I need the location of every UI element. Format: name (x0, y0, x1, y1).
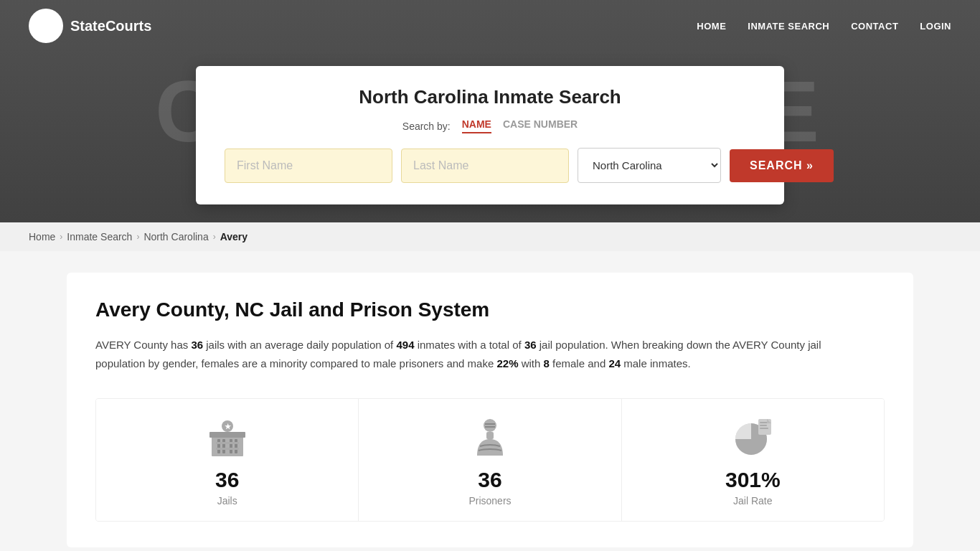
nav-links: HOME INMATE SEARCH CONTACT LOGIN (697, 21, 951, 32)
state-select[interactable]: North CarolinaAlabamaAlaskaArizonaArkans… (578, 148, 721, 183)
prisoners-icon (470, 416, 510, 459)
desc-pop: 494 (396, 339, 414, 351)
svg-rect-2 (222, 439, 225, 453)
svg-rect-17 (760, 425, 767, 426)
search-card-title: North Carolina Inmate Search (225, 86, 755, 108)
jail-icon: ★ (206, 416, 249, 459)
breadcrumb-inmate-search[interactable]: Inmate Search (67, 231, 132, 242)
svg-rect-12 (485, 426, 495, 428)
main-content: Avery County, NC Jail and Prison System … (0, 251, 980, 551)
breadcrumb-sep-2: › (136, 232, 139, 242)
logo-icon: 🏛 (29, 9, 63, 43)
search-fields: North CarolinaAlabamaAlaskaArizonaArkans… (225, 148, 755, 183)
svg-rect-18 (760, 428, 768, 429)
svg-rect-0 (212, 436, 243, 456)
hero-section: COURTHOUSE 🏛 StateCourts HOME INMATE SEA… (0, 0, 980, 222)
stat-prisoners-number: 36 (478, 468, 501, 492)
breadcrumb-state[interactable]: North Carolina (143, 231, 208, 242)
stat-prisoners: 36 Prisoners (359, 399, 621, 521)
breadcrumb-sep-1: › (60, 232, 62, 242)
nav-inmate-search[interactable]: INMATE SEARCH (748, 21, 829, 32)
stat-jail-rate: 301% Jail Rate (622, 399, 884, 521)
desc-pct: 22% (496, 357, 518, 369)
svg-rect-15 (758, 419, 771, 435)
desc-end: male inmates. (621, 357, 691, 369)
svg-point-10 (484, 419, 496, 432)
desc-pre1: AVERY County has (95, 339, 191, 351)
svg-rect-11 (485, 423, 495, 425)
logo-text: StateCourts (70, 18, 151, 34)
search-by-row: Search by: NAME CASE NUMBER (225, 118, 755, 133)
svg-rect-13 (486, 432, 494, 439)
county-description: AVERY County has 36 jails with an averag… (95, 336, 856, 372)
svg-rect-5 (216, 442, 239, 444)
stat-jails-number: 36 (215, 468, 239, 492)
county-title: Avery County, NC Jail and Prison System (95, 298, 885, 321)
stat-jails-label: Jails (217, 495, 237, 507)
breadcrumb: Home › Inmate Search › North Carolina › … (0, 222, 980, 251)
nav-home[interactable]: HOME (697, 21, 726, 32)
nav-contact[interactable]: CONTACT (851, 21, 898, 32)
breadcrumb-sep-3: › (213, 232, 216, 242)
search-card: North Carolina Inmate Search Search by: … (196, 66, 784, 204)
svg-rect-1 (217, 439, 220, 453)
tab-name[interactable]: NAME (462, 118, 491, 133)
desc-mid4: with (519, 357, 544, 369)
stat-jail-rate-number: 301% (725, 468, 781, 492)
stat-prisoners-label: Prisoners (468, 495, 511, 507)
breadcrumb-current: Avery (220, 231, 248, 242)
first-name-input[interactable] (225, 149, 392, 183)
stat-jail-rate-label: Jail Rate (733, 495, 772, 507)
svg-text:★: ★ (224, 423, 231, 430)
svg-rect-4 (235, 439, 237, 453)
desc-total: 36 (524, 339, 537, 351)
desc-jails: 36 (191, 339, 203, 351)
svg-rect-6 (216, 448, 239, 450)
site-logo[interactable]: 🏛 StateCourts (29, 9, 151, 43)
desc-mid2: inmates with a total of (414, 339, 524, 351)
desc-mid5: female and (550, 357, 609, 369)
desc-male: 24 (608, 357, 621, 369)
content-card: Avery County, NC Jail and Prison System … (67, 273, 913, 547)
stats-row: ★ 36 Jails (95, 398, 885, 522)
search-by-label: Search by: (402, 121, 451, 132)
tab-case-number[interactable]: CASE NUMBER (503, 118, 578, 133)
desc-female: 8 (544, 357, 550, 369)
svg-rect-3 (230, 439, 232, 453)
navbar: 🏛 StateCourts HOME INMATE SEARCH CONTACT… (0, 0, 980, 52)
stat-jails: ★ 36 Jails (96, 399, 359, 521)
svg-rect-7 (209, 432, 245, 438)
jail-rate-icon (731, 416, 774, 459)
last-name-input[interactable] (401, 149, 569, 183)
search-button[interactable]: SEARCH » (730, 149, 834, 182)
breadcrumb-home[interactable]: Home (29, 231, 55, 242)
desc-mid1: jails with an average daily population o… (203, 339, 396, 351)
nav-login[interactable]: LOGIN (920, 21, 951, 32)
